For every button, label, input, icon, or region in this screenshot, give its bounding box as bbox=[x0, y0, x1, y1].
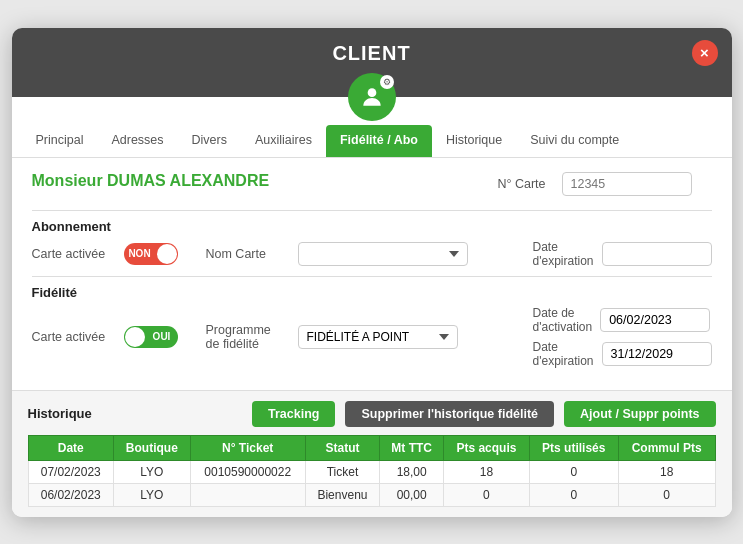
tab-auxiliaires[interactable]: Auxiliaires bbox=[241, 125, 326, 157]
fidelite-expiration-row: Dated'expiration bbox=[533, 340, 712, 368]
tab-principal[interactable]: Principal bbox=[22, 125, 98, 157]
abonnement-toggle-label: NON bbox=[124, 248, 156, 259]
col-pts-acquis: Pts acquis bbox=[444, 435, 530, 460]
close-button[interactable]: × bbox=[692, 40, 718, 66]
historique-section: Historique Tracking Supprimer l'historiq… bbox=[12, 390, 732, 517]
abonnement-toggle-knob bbox=[157, 244, 177, 264]
abonnement-expiration: Dated'expiration bbox=[533, 240, 712, 268]
table-cell: 0 bbox=[529, 483, 618, 506]
abonnement-section: Abonnement Carte activée NON Nom Carte D… bbox=[32, 219, 712, 268]
table-cell: 18 bbox=[618, 460, 715, 483]
user-icon bbox=[359, 84, 385, 110]
fidelite-expiration-input[interactable] bbox=[602, 342, 712, 366]
fidelite-toggle-knob bbox=[125, 327, 145, 347]
fidelite-card-label: Carte activée bbox=[32, 330, 112, 344]
card-label: N° Carte bbox=[497, 177, 545, 191]
table-cell bbox=[190, 483, 305, 506]
table-row: 07/02/2023LYO0010590000022Ticket18,00180… bbox=[28, 460, 715, 483]
tab-fidelite[interactable]: Fidélité / Abo bbox=[326, 125, 432, 157]
programme-label: Programmede fidélité bbox=[206, 323, 286, 351]
abo-expiration-label: Dated'expiration bbox=[533, 240, 594, 268]
activation-label: Date ded'activation bbox=[533, 306, 593, 334]
abonnement-title: Abonnement bbox=[32, 219, 712, 234]
nom-carte-wrapper bbox=[298, 242, 468, 266]
tracking-button[interactable]: Tracking bbox=[252, 401, 335, 427]
activation-input[interactable] bbox=[600, 308, 710, 332]
modal-header: CLIENT × bbox=[12, 28, 732, 73]
fidelite-title: Fidélité bbox=[32, 285, 712, 300]
table-cell: 06/02/2023 bbox=[28, 483, 114, 506]
historique-title: Historique bbox=[28, 406, 243, 421]
abonnement-toggle[interactable]: NON bbox=[124, 243, 178, 265]
tab-divers[interactable]: Divers bbox=[178, 125, 241, 157]
abonnement-card-label: Carte activée bbox=[32, 247, 112, 261]
table-cell: LYO bbox=[114, 460, 191, 483]
tab-adresses[interactable]: Adresses bbox=[97, 125, 177, 157]
table-body: 07/02/2023LYO0010590000022Ticket18,00180… bbox=[28, 460, 715, 506]
client-name: Monsieur DUMAS ALEXANDRE bbox=[32, 172, 270, 190]
gear-icon: ⚙ bbox=[380, 75, 394, 89]
table-cell: 07/02/2023 bbox=[28, 460, 114, 483]
fidelite-toggle[interactable]: OUI bbox=[124, 326, 178, 348]
abonnement-row: Carte activée NON Nom Carte Dated'expira… bbox=[32, 240, 712, 268]
fidelite-expiration-label: Dated'expiration bbox=[533, 340, 594, 368]
table-row: 06/02/2023LYOBienvenu00,00000 bbox=[28, 483, 715, 506]
divider-1 bbox=[32, 210, 712, 211]
historique-table: Date Boutique N° Ticket Statut Mt TTC Pt… bbox=[28, 435, 716, 507]
col-mt-ttc: Mt TTC bbox=[380, 435, 444, 460]
modal-body: Monsieur DUMAS ALEXANDRE N° Carte Abonne… bbox=[12, 158, 732, 390]
table-cell: LYO bbox=[114, 483, 191, 506]
modal-title: CLIENT bbox=[332, 42, 410, 64]
tab-historique[interactable]: Historique bbox=[432, 125, 516, 157]
abo-expiration-input[interactable] bbox=[602, 242, 712, 266]
table-header: Date Boutique N° Ticket Statut Mt TTC Pt… bbox=[28, 435, 715, 460]
table-header-row: Date Boutique N° Ticket Statut Mt TTC Pt… bbox=[28, 435, 715, 460]
fidelite-dates: Date ded'activation Dated'expiration bbox=[533, 306, 712, 368]
tab-suivi[interactable]: Suivi du compte bbox=[516, 125, 633, 157]
table-cell: 18 bbox=[444, 460, 530, 483]
table-cell: 0010590000022 bbox=[190, 460, 305, 483]
svg-point-0 bbox=[367, 88, 376, 97]
programme-select[interactable]: FIDÉLITÉ A POINT bbox=[298, 325, 458, 349]
nom-carte-select[interactable] bbox=[298, 242, 468, 266]
supprimer-button[interactable]: Supprimer l'historique fidélité bbox=[345, 401, 554, 427]
avatar: ⚙ bbox=[348, 73, 396, 121]
table-cell: 18,00 bbox=[380, 460, 444, 483]
col-ticket: N° Ticket bbox=[190, 435, 305, 460]
fidelite-toggle-label: OUI bbox=[146, 331, 178, 342]
table-cell: Bienvenu bbox=[305, 483, 379, 506]
table-cell: 00,00 bbox=[380, 483, 444, 506]
activation-row: Date ded'activation bbox=[533, 306, 712, 334]
historique-header: Historique Tracking Supprimer l'historiq… bbox=[28, 401, 716, 427]
col-pts-utilises: Pts utilisés bbox=[529, 435, 618, 460]
card-number-row: N° Carte bbox=[497, 172, 691, 196]
table-cell: 0 bbox=[618, 483, 715, 506]
programme-wrapper: FIDÉLITÉ A POINT bbox=[298, 325, 458, 349]
client-modal: CLIENT × ⚙ Principal Adresses Divers Aux… bbox=[12, 28, 732, 517]
table-cell: 0 bbox=[529, 460, 618, 483]
avatar-area: ⚙ bbox=[12, 73, 732, 97]
table-cell: 0 bbox=[444, 483, 530, 506]
col-statut: Statut bbox=[305, 435, 379, 460]
nom-carte-label: Nom Carte bbox=[206, 247, 286, 261]
divider-2 bbox=[32, 276, 712, 277]
col-boutique: Boutique bbox=[114, 435, 191, 460]
table-cell: Ticket bbox=[305, 460, 379, 483]
col-date: Date bbox=[28, 435, 114, 460]
fidelite-section: Fidélité Carte activée OUI Programmede f… bbox=[32, 285, 712, 368]
card-number-input[interactable] bbox=[562, 172, 692, 196]
col-commul: Commul Pts bbox=[618, 435, 715, 460]
client-row: Monsieur DUMAS ALEXANDRE N° Carte bbox=[32, 172, 712, 200]
ajout-button[interactable]: Ajout / Suppr points bbox=[564, 401, 715, 427]
fidelite-row: Carte activée OUI Programmede fidélité F… bbox=[32, 306, 712, 368]
